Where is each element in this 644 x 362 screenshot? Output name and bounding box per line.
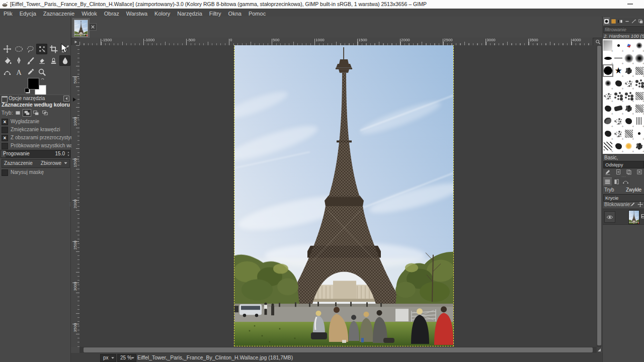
brush-splat[interactable]: [634, 140, 644, 152]
brush-blob[interactable]: [624, 115, 634, 127]
brush-chalk[interactable]: [634, 152, 644, 154]
checkbox-1[interactable]: ×Wygładzanie: [2, 118, 39, 125]
checkbox-3[interactable]: ×Z obszarami przezroczystymi: [2, 134, 75, 141]
layers-tab[interactable]: [603, 177, 612, 186]
minimize-button[interactable]: [627, 4, 633, 5]
vertical-ruler[interactable]: 500100015002000250030003500: [71, 45, 80, 347]
brush-chalk[interactable]: [634, 102, 644, 115]
brush-chalk[interactable]: [624, 127, 634, 140]
brush-vlines[interactable]: [634, 115, 644, 127]
lock-pixels-button[interactable]: [629, 201, 636, 208]
swap-colors-icon[interactable]: [40, 77, 46, 83]
checkbox-4[interactable]: Próbkowanie wszystkich warst: [2, 142, 78, 149]
paintbrush-tool-button[interactable]: [25, 55, 36, 66]
brush-softbig[interactable]: [634, 52, 644, 64]
panel-menu-icon[interactable]: [63, 96, 69, 102]
default-colors-icon[interactable]: [25, 88, 30, 94]
brush-softbig[interactable]: [624, 52, 634, 64]
title-bar[interactable]: [Eiffel_Tower,_Paris,_France_By_Clinton_…: [0, 0, 644, 9]
brush-speckle[interactable]: [624, 77, 634, 89]
bucket-fill-tool-button[interactable]: [2, 55, 13, 66]
horizontal-ruler[interactable]: -1500-1000-50005001000150020002500300035…: [79, 38, 593, 46]
brush-circle[interactable]: [603, 64, 613, 77]
checkbox-icon[interactable]: [2, 143, 8, 149]
brush-chalk[interactable]: [634, 64, 644, 77]
layer-row[interactable]: Eif: [603, 209, 644, 225]
layer-mode-dropdown[interactable]: Zwykłe: [626, 187, 641, 193]
fonts-tab[interactable]: [624, 18, 630, 25]
crop-tool-button[interactable]: [48, 44, 59, 54]
brush-pebbles[interactable]: [634, 77, 644, 89]
layer-visibility-toggle[interactable]: [604, 211, 615, 223]
unit-dropdown[interactable]: px: [100, 354, 116, 362]
brush-splat[interactable]: [624, 102, 634, 115]
patterns-tab[interactable]: [610, 18, 617, 25]
brush-speckle[interactable]: [603, 89, 613, 102]
zoom-dropdown[interactable]: 25 %: [117, 354, 136, 362]
brush-speckle[interactable]: [613, 127, 624, 140]
brush-smudge[interactable]: [613, 102, 624, 115]
brush-star[interactable]: ★: [613, 64, 624, 77]
mode-replace-button[interactable]: [14, 109, 22, 117]
dock-resize-grip[interactable]: ⋮: [68, 203, 70, 214]
brush-pebbles[interactable]: [624, 89, 634, 102]
draw-mask-checkbox[interactable]: Narysuj maskę: [2, 169, 44, 176]
brush-gradsq[interactable]: [603, 39, 613, 52]
brush-pebbles[interactable]: [613, 89, 624, 102]
zoom-tool-button[interactable]: [36, 67, 47, 77]
vertical-scrollbar[interactable]: [597, 45, 602, 347]
checkbox-icon[interactable]: [2, 169, 8, 176]
free-select-tool-button[interactable]: [25, 44, 36, 54]
image-tab[interactable]: [72, 18, 90, 38]
brush-splat[interactable]: [624, 64, 634, 77]
spacing-slider[interactable]: Odstępy: [603, 161, 644, 168]
eraser-tool-button[interactable]: [36, 55, 47, 66]
select-by-dropdown[interactable]: Zaznaczenie Zbiorowe: [2, 159, 70, 168]
transform-tool-button[interactable]: [59, 44, 70, 54]
brush-chalk[interactable]: [634, 89, 644, 102]
vertical-scrollbar-thumb[interactable]: [597, 46, 601, 345]
brush-dot[interactable]: [634, 127, 644, 140]
brush-mark[interactable]: [624, 39, 634, 52]
clipboard-tab[interactable]: [637, 18, 644, 25]
brush-filter-input[interactable]: filtrowanie: [603, 26, 644, 33]
brush-soft[interactable]: [603, 77, 613, 89]
delete-brush-button[interactable]: [635, 168, 643, 175]
brush-speckle[interactable]: [613, 115, 624, 127]
brush-ellipse[interactable]: [603, 52, 613, 64]
brush-blob[interactable]: [613, 140, 624, 152]
threshold-slider[interactable]: Progowanie 15.0: [1, 150, 70, 158]
horizontal-scrollbar-thumb[interactable]: [84, 347, 593, 352]
horizontal-scrollbar[interactable]: [79, 347, 597, 353]
select-by-color-tool-button[interactable]: [36, 44, 47, 54]
channels-tab[interactable]: [612, 177, 621, 186]
brush-orange[interactable]: [624, 140, 634, 152]
checkbox-icon[interactable]: ×: [2, 135, 8, 141]
brush-dot[interactable]: [613, 39, 624, 52]
text-tool-button[interactable]: A: [13, 67, 24, 77]
canvas-image[interactable]: [234, 45, 453, 346]
brush-dlines[interactable]: [603, 140, 613, 152]
brush-blob[interactable]: [603, 102, 613, 115]
checkbox-icon[interactable]: ×: [2, 119, 8, 125]
history-tab[interactable]: [630, 18, 637, 25]
brush-chalk[interactable]: [603, 152, 613, 154]
spinner-icon[interactable]: [66, 150, 70, 157]
checkbox-2[interactable]: Zmiękczanie krawędzi: [2, 126, 60, 133]
move-tool-button[interactable]: [2, 44, 13, 54]
brush-blob[interactable]: [603, 127, 613, 140]
brush-speckle[interactable]: [613, 152, 624, 154]
brush-blob[interactable]: [613, 77, 624, 89]
lock-position-button[interactable]: [636, 201, 643, 208]
canvas-viewport[interactable]: [79, 45, 597, 347]
edit-brush-button[interactable]: [604, 168, 612, 175]
gradients-tab[interactable]: [617, 18, 623, 25]
mode-subtract-button[interactable]: [32, 109, 40, 117]
color-picker-tool-button[interactable]: [25, 67, 36, 77]
brush-grunge[interactable]: [603, 115, 613, 127]
mode-add-button[interactable]: [23, 109, 31, 117]
blur-tool-button[interactable]: [59, 55, 70, 66]
brush-blob[interactable]: [624, 152, 634, 154]
brush-soft[interactable]: [634, 39, 644, 52]
navigation-preview-button[interactable]: [597, 347, 602, 353]
